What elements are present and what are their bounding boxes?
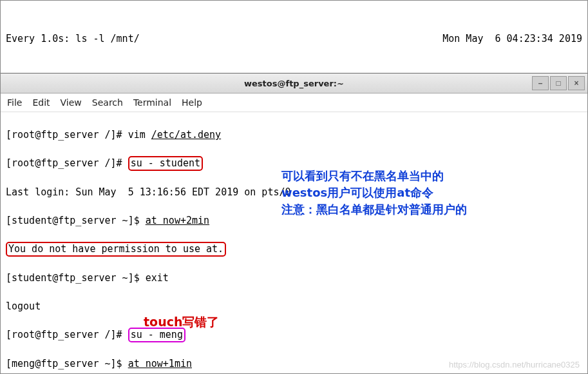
menu-edit[interactable]: Edit: [32, 97, 50, 108]
annotation-blue: 可以看到只有不在黑名单当中的 westos用户可以使用at命令 注意：黑白名单都…: [281, 168, 578, 218]
prompt: [student@ftp_server ~]$: [6, 215, 146, 226]
prompt: [student@ftp_server ~]$: [6, 272, 146, 284]
watermark: https://blog.csdn.net/hurricane0325: [449, 360, 580, 369]
prompt: [root@ftp_server /]#: [6, 129, 128, 141]
menu-file[interactable]: File: [7, 97, 22, 108]
menu-terminal[interactable]: Terminal: [133, 97, 171, 108]
menu-help[interactable]: Help: [182, 97, 202, 108]
term-line: [root@ftp_server /]# vim /etc/at.deny: [6, 128, 582, 142]
prompt: [meng@ftp_server ~]$: [6, 358, 128, 369]
term-line: logout: [6, 299, 582, 313]
term-line: [student@ftp_server ~]$ exit: [6, 271, 582, 285]
highlight-su-meng: su - meng: [128, 328, 185, 342]
watch-command: Every 1.0s: ls -l /mnt/: [6, 32, 140, 46]
menu-bar: File Edit View Search Terminal Help: [1, 94, 587, 112]
window-title: westos@ftp_server:~: [244, 79, 344, 88]
term-line: You do not have permission to use at.: [6, 242, 582, 257]
term-line: [root@ftp_server /]# su - meng: [6, 328, 582, 342]
menu-view[interactable]: View: [61, 97, 82, 108]
prompt: [root@ftp_server /]#: [6, 157, 128, 169]
terminal-body[interactable]: [root@ftp_server /]# vim /etc/at.deny [r…: [1, 112, 587, 374]
minimize-button[interactable]: –: [532, 76, 549, 90]
close-button[interactable]: ×: [568, 76, 585, 90]
highlight-su-student: su - student: [128, 156, 203, 171]
annotation-red: touch写错了: [144, 315, 219, 329]
window-titlebar: westos@ftp_server:~ – □ ×: [1, 74, 587, 94]
prompt: [root@ftp_server /]#: [6, 329, 128, 340]
maximize-button[interactable]: □: [550, 76, 567, 90]
highlight-deny-student: You do not have permission to use at.: [6, 242, 226, 257]
terminal-window: westos@ftp_server:~ – □ × File Edit View…: [1, 73, 587, 374]
cmd-arg: /etc/at.deny: [151, 129, 221, 141]
watch-timestamp: Mon May 6 04:23:34 2019: [442, 32, 582, 46]
menu-search[interactable]: Search: [92, 97, 123, 108]
